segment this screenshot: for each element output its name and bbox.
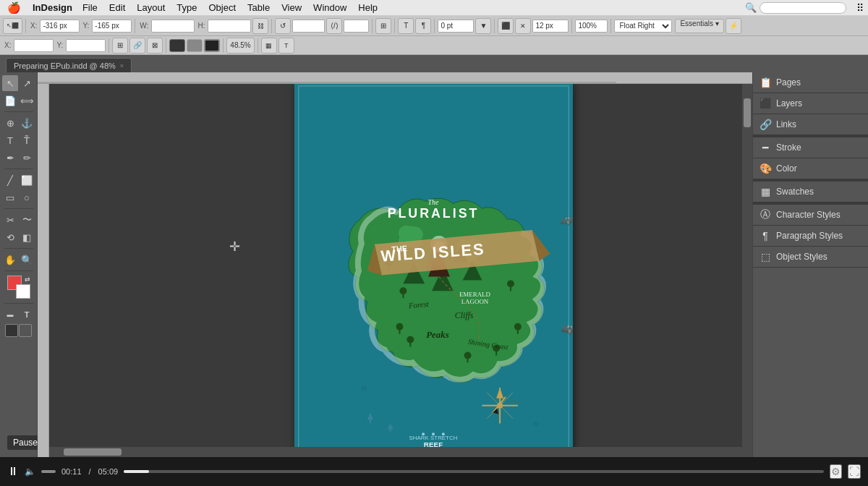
corner-input[interactable] — [532, 20, 569, 33]
scroll-thumb-h[interactable] — [64, 448, 122, 456]
tool-indicator[interactable]: ↖⬛ — [3, 18, 22, 34]
gap-tool[interactable]: ⟺ — [19, 93, 35, 108]
shear-btn[interactable]: ⟨/⟩ — [326, 18, 342, 34]
menu-indesign[interactable]: InDesign — [28, 2, 77, 13]
coord-y-input[interactable] — [66, 39, 106, 52]
layers-panel-row[interactable]: ⬛ Layers — [753, 93, 868, 114]
obj-styles-panel-row[interactable]: ⬚ Object Styles — [753, 247, 868, 267]
volume-button[interactable]: 🔈 — [25, 466, 35, 477]
pages-panel-row[interactable]: 📋 Pages — [753, 72, 868, 93]
text-frame[interactable]: T — [19, 307, 35, 323]
char-styles-panel-row[interactable]: Ⓐ Character Styles — [753, 205, 868, 225]
color-panel-row[interactable]: 🎨 Color — [753, 158, 868, 179]
rotate-input[interactable] — [292, 20, 325, 33]
smooth-tool[interactable]: 〜 — [19, 212, 35, 228]
menu-help[interactable]: Help — [352, 2, 383, 13]
h-input[interactable] — [208, 20, 251, 33]
shear-input[interactable] — [344, 20, 369, 33]
lightning-btn[interactable]: ⚡ — [726, 18, 741, 34]
ellipse-tool[interactable]: ○ — [19, 189, 35, 205]
para-style-btn[interactable]: ¶ — [415, 18, 431, 34]
scissors-tool[interactable]: ✂ — [2, 212, 18, 228]
color-label: Color — [776, 163, 797, 174]
rect-tool[interactable]: ▭ — [2, 189, 18, 205]
anchor-tool[interactable]: ⚓ — [19, 115, 35, 131]
direct-selection-tool[interactable]: ↗ — [19, 75, 35, 91]
stroke-color-btn[interactable] — [204, 39, 220, 52]
menu-edit[interactable]: Edit — [103, 2, 131, 13]
play-pause-button[interactable]: ⏸ — [7, 465, 19, 478]
format-btn2[interactable]: 🔗 — [129, 38, 145, 54]
stroke-input[interactable] — [438, 20, 474, 33]
vertical-type-tool[interactable]: T̃ — [19, 132, 35, 148]
svg-text:PLURALIST: PLURALIST — [388, 206, 480, 221]
fullscreen-button[interactable]: ⛶ — [848, 464, 861, 479]
line-tool[interactable]: ╱ — [2, 172, 18, 188]
opacity-btn[interactable]: ✕ — [515, 18, 531, 34]
hand-tool[interactable]: ✋ — [2, 252, 18, 268]
gradient-tool[interactable]: ◧ — [19, 229, 35, 245]
stroke-panel-row[interactable]: ━ Stroke — [753, 137, 868, 158]
menu-layout[interactable]: Layout — [131, 2, 171, 13]
menu-window[interactable]: Window — [307, 2, 352, 13]
presentation-mode[interactable] — [19, 324, 32, 337]
color-box-btn[interactable] — [169, 39, 185, 52]
progress-bar[interactable] — [124, 470, 824, 473]
selection-tool[interactable]: ↖ — [2, 75, 18, 91]
swatches-panel-row[interactable]: ▦ Swatches — [753, 182, 868, 202]
transform-btn[interactable]: ⊞ — [375, 18, 391, 34]
stroke-icon: ━ — [759, 142, 772, 153]
menu-table[interactable]: Table — [242, 2, 276, 13]
canvas[interactable]: 🦇 — [38, 72, 752, 457]
misc-btn2[interactable]: T — [278, 38, 294, 54]
swap-icon[interactable]: ⇄ — [25, 276, 30, 283]
type-tool[interactable]: T — [2, 132, 18, 148]
svg-rect-17 — [402, 291, 404, 298]
swatch-btn[interactable] — [187, 39, 203, 52]
menu-object[interactable]: Object — [203, 2, 242, 13]
menu-view[interactable]: View — [276, 2, 307, 13]
volume-slider[interactable] — [41, 470, 56, 473]
apple-menu[interactable]: 🍎 — [0, 1, 28, 14]
search-input[interactable] — [760, 2, 846, 14]
stroke-dropdown[interactable]: ▼ — [475, 18, 491, 34]
char-style-btn[interactable]: T — [398, 18, 414, 34]
scroll-thumb[interactable] — [744, 98, 751, 127]
zoom-input[interactable] — [575, 20, 608, 33]
float-dropdown[interactable]: Float Right — [614, 20, 672, 33]
coord-x-input[interactable] — [14, 39, 54, 52]
constrain-btn[interactable]: ⛓ — [252, 18, 268, 34]
para-styles-panel-row[interactable]: ¶ Paragraph Styles — [753, 226, 868, 246]
svg-rect-9 — [409, 340, 411, 347]
preview-mode[interactable]: ▬ — [2, 307, 18, 323]
toolbar-1: ↖⬛ X: Y: W: H: ⛓ ↺ ⟨/⟩ ⊞ T ¶ ▼ ⬛ ✕ Float… — [0, 16, 868, 36]
menu-type[interactable]: Type — [171, 2, 203, 13]
align-btn[interactable]: ⬛ — [498, 18, 514, 34]
normal-mode[interactable] — [5, 324, 18, 337]
color-icon: 🎨 — [759, 163, 772, 174]
stroke-color[interactable] — [16, 284, 30, 299]
zoom-tool[interactable]: 🔍 — [19, 252, 35, 268]
links-panel-row[interactable]: 🔗 Links — [753, 114, 868, 135]
close-icon[interactable]: × — [120, 62, 124, 69]
pencil-tool[interactable]: ✏ — [19, 150, 35, 166]
x-input[interactable] — [40, 20, 80, 33]
rotate-btn[interactable]: ↺ — [275, 18, 291, 34]
frame-tool[interactable]: ⬜ — [19, 172, 35, 188]
stroke-label: Stroke — [776, 142, 801, 153]
essentials-button[interactable]: Essentials ▾ — [675, 19, 723, 33]
free-transform-tool[interactable]: ⟲ — [2, 229, 18, 245]
misc-btn1[interactable]: ▦ — [261, 38, 277, 54]
pen-tool[interactable]: ✒ — [2, 150, 18, 166]
page-tool[interactable]: 📄 — [2, 93, 18, 108]
menu-file[interactable]: File — [77, 2, 103, 13]
content-tool[interactable]: ⊕ — [2, 115, 18, 131]
settings-button[interactable]: ⚙ — [830, 464, 842, 479]
document-tab[interactable]: Preparing EPub.indd @ 48% × — [6, 58, 132, 72]
w-input[interactable] — [151, 20, 195, 33]
zoom-display[interactable]: 48.5% — [226, 38, 254, 54]
grid-menu-icon[interactable]: ⠿ — [852, 2, 868, 14]
y-input[interactable] — [92, 20, 132, 33]
format-btn1[interactable]: ⊞ — [112, 38, 128, 54]
format-btn3[interactable]: ⊠ — [147, 38, 163, 54]
